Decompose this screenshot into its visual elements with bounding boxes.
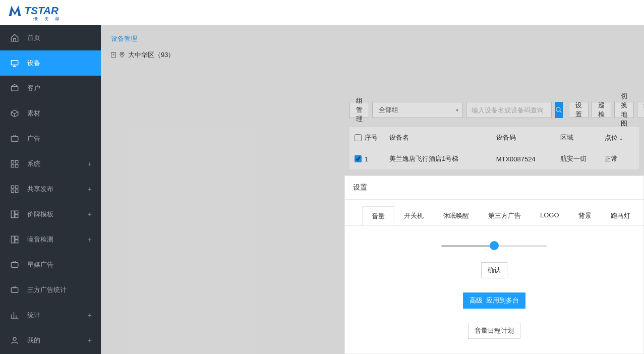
ad-icon xyxy=(10,134,19,143)
sidebar-item-noise[interactable]: 噪音检测 + xyxy=(0,227,101,252)
volume-slider[interactable] xyxy=(441,243,547,248)
modal-tabs: 音量 开关机 休眠唤醒 第三方广告 LOGO 背景 跑马灯 悬浮窗 DPI 设备… xyxy=(345,200,643,226)
col-seq[interactable]: 序号 xyxy=(365,133,378,142)
search-input[interactable] xyxy=(466,102,552,118)
svg-rect-8 xyxy=(16,165,18,167)
svg-rect-5 xyxy=(11,160,14,163)
volume-schedule-button[interactable]: 音量日程计划 xyxy=(468,323,520,339)
sidebar-item-label: 客户 xyxy=(27,84,40,93)
sidebar-item-price[interactable]: 价牌模板 + xyxy=(0,202,101,227)
caret-down-icon: ▾ xyxy=(456,107,458,113)
sidebar-item-label: 统计 xyxy=(27,311,40,320)
svg-rect-17 xyxy=(15,236,18,239)
tab-thirdparty-ad[interactable]: 第三方广告 xyxy=(479,206,531,225)
main-content: 设备管理 + 大中华区（93） 组管理 全部组▾ xyxy=(101,25,644,354)
sidebar-item-label: 价牌模板 xyxy=(27,210,53,219)
slider-thumb[interactable] xyxy=(490,241,499,250)
expand-icon: + xyxy=(88,210,92,218)
sidebar-item-label: 广告 xyxy=(27,134,40,143)
breadcrumb[interactable]: 设备管理 xyxy=(101,25,644,43)
tab-sleep[interactable]: 休眠唤醒 xyxy=(433,206,479,225)
svg-rect-9 xyxy=(11,186,14,188)
settings-modal: 设置 音量 开关机 休眠唤醒 第三方广告 LOGO 背景 跑马灯 悬浮窗 DPI… xyxy=(344,175,644,354)
sidebar-item-label: 噪音检测 xyxy=(27,235,53,244)
col-point[interactable]: 点位 ↓ xyxy=(605,133,634,142)
row-seq: 1 xyxy=(365,155,368,163)
tree-root-label: 大中华区（93） xyxy=(128,50,174,60)
confirm-button[interactable]: 确认 xyxy=(481,262,507,278)
logo-bar: TSTAR 满 天 星 xyxy=(0,0,644,25)
group-manage-button[interactable]: 组管理 xyxy=(349,102,369,118)
sidebar-item-customer[interactable]: 客户 xyxy=(0,76,101,101)
svg-rect-6 xyxy=(16,160,18,163)
col-code[interactable]: 设备码 xyxy=(496,133,561,142)
sidebar-item-thirdstat[interactable]: 三方广告统计 xyxy=(0,277,101,303)
row-code: MTX0087524 xyxy=(496,155,561,163)
sidebar-item-label: 素材 xyxy=(27,109,40,118)
svg-point-21 xyxy=(13,337,16,340)
sidebar-item-stats[interactable]: 统计 + xyxy=(0,303,101,328)
settings-button[interactable]: 设置 xyxy=(569,102,589,118)
sidebar-item-home[interactable]: 首页 xyxy=(0,25,101,50)
col-area[interactable]: 区域 xyxy=(560,133,604,142)
search-button[interactable] xyxy=(555,102,563,118)
switch-map-button[interactable]: 切换地图 xyxy=(614,102,634,118)
device-table: 序号 设备名 设备码 区域 点位 ↓ 1 美兰逸唐飞行酒店1号梯 MTX0087… xyxy=(349,127,639,169)
expand-box-icon[interactable]: + xyxy=(111,52,116,57)
sidebar-item-material[interactable]: 素材 xyxy=(0,101,101,126)
row-checkbox[interactable] xyxy=(355,155,362,162)
tab-volume-panel: 确认 高级 应用到多台 音量日程计划 xyxy=(345,226,643,354)
patrol-button[interactable]: 巡检 xyxy=(592,102,611,118)
svg-rect-18 xyxy=(15,240,18,243)
sidebar-item-ad[interactable]: 广告 xyxy=(0,126,101,151)
sidebar-item-label: 设备 xyxy=(27,58,40,68)
svg-rect-12 xyxy=(16,190,18,193)
modal-title: 设置 xyxy=(345,176,643,199)
renew-button[interactable]: 续费 xyxy=(637,102,644,118)
thirdstat-icon xyxy=(10,285,19,294)
user-icon xyxy=(10,336,19,345)
sidebar-item-mine[interactable]: 我的 + xyxy=(0,328,101,353)
logo-icon: TSTAR 满 天 星 xyxy=(7,3,121,22)
sidebar-item-device[interactable]: 设备 xyxy=(0,50,101,76)
sidebar-item-label: 我的 xyxy=(27,336,40,345)
tree-root[interactable]: + 大中华区（93） xyxy=(101,43,644,60)
material-icon xyxy=(10,109,19,118)
table-row[interactable]: 1 美兰逸唐飞行酒店1号梯 MTX0087524 航安一街 正常 xyxy=(349,148,639,169)
starad-icon xyxy=(10,260,19,269)
table-header: 序号 设备名 设备码 区域 点位 ↓ xyxy=(349,127,639,148)
row-name: 美兰逸唐飞行酒店1号梯 xyxy=(389,154,496,163)
svg-rect-16 xyxy=(11,236,14,243)
tab-background[interactable]: 背景 xyxy=(569,206,601,225)
tab-marquee[interactable]: 跑马灯 xyxy=(601,206,640,225)
row-area: 航安一街 xyxy=(560,154,604,163)
svg-rect-10 xyxy=(16,186,18,188)
col-name[interactable]: 设备名 xyxy=(389,133,496,142)
sidebar-item-system[interactable]: 系统 + xyxy=(0,151,101,176)
svg-rect-3 xyxy=(11,86,18,91)
tab-volume[interactable]: 音量 xyxy=(362,206,394,226)
sidebar-item-label: 三方广告统计 xyxy=(27,285,67,294)
device-icon xyxy=(10,58,19,68)
tab-float[interactable]: 悬浮窗 xyxy=(640,206,643,225)
sidebar-item-starad[interactable]: 星媒广告 xyxy=(0,252,101,277)
search-icon xyxy=(555,106,562,113)
tab-power[interactable]: 开关机 xyxy=(394,206,433,225)
expand-icon: + xyxy=(88,336,92,344)
sidebar-item-share[interactable]: 共享发布 + xyxy=(0,176,101,202)
svg-rect-7 xyxy=(11,165,14,167)
sidebar-item-label: 星媒广告 xyxy=(27,260,53,269)
svg-rect-19 xyxy=(11,263,18,268)
select-all-checkbox[interactable] xyxy=(355,134,362,141)
sidebar-item-label: 系统 xyxy=(27,159,40,168)
tab-logo[interactable]: LOGO xyxy=(531,206,569,225)
svg-rect-20 xyxy=(11,288,18,293)
group-select[interactable]: 全部组▾ xyxy=(372,102,463,118)
expand-icon: + xyxy=(88,185,92,193)
noise-icon xyxy=(10,235,19,244)
svg-rect-4 xyxy=(11,137,18,142)
row-point: 正常 xyxy=(605,154,634,163)
svg-rect-14 xyxy=(15,211,18,214)
advanced-button[interactable]: 高级 应用到多台 xyxy=(463,292,525,309)
location-icon xyxy=(119,51,125,58)
